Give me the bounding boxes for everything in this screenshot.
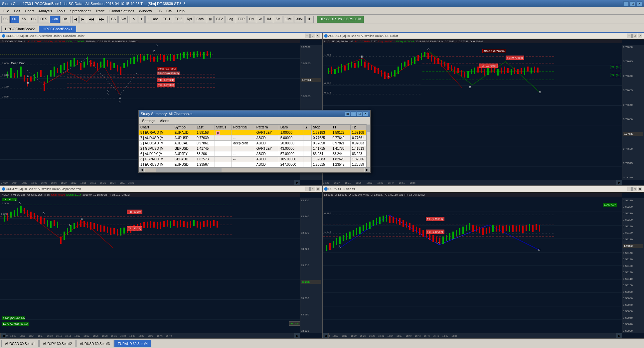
tab-hpccchartbook2[interactable]: HPCCChartBook2 bbox=[1, 26, 38, 32]
study-table-scrollbar-v[interactable] bbox=[366, 124, 370, 167]
chart-close-euraud[interactable]: ✕ bbox=[638, 187, 642, 191]
chart-close-audcad[interactable]: ✕ bbox=[316, 34, 320, 38]
btn-oc[interactable]: OC bbox=[10, 16, 19, 23]
menu-file[interactable]: File bbox=[1, 8, 11, 14]
study-table-scrollbar-h[interactable]: ◀ ▶ bbox=[139, 167, 370, 172]
chart-maximize-audjpy[interactable]: □ bbox=[310, 187, 315, 191]
chart-maximize-audusd[interactable]: □ bbox=[632, 34, 637, 38]
btn-w[interactable]: W bbox=[257, 16, 264, 23]
col-bars[interactable]: Bars bbox=[279, 125, 303, 130]
btn-line[interactable]: / bbox=[145, 16, 150, 23]
menu-window[interactable]: Window bbox=[137, 8, 154, 14]
btn-cvw[interactable]: CVW bbox=[195, 16, 206, 23]
study-summary-icon-btn[interactable]: ⊞ bbox=[345, 111, 350, 116]
scroll-right-audjpy[interactable]: ▶ bbox=[294, 333, 300, 338]
btn-con[interactable]: Con bbox=[50, 16, 60, 23]
btn-cc[interactable]: CC bbox=[29, 16, 38, 23]
title-text: Sierra Chart 1730 HPCCChartBook1.cht SC … bbox=[2, 2, 186, 6]
table-row-arrow bbox=[303, 130, 312, 135]
chart-minimize-euraud[interactable]: ─ bbox=[627, 187, 632, 191]
btn-fs[interactable]: FS bbox=[1, 16, 10, 23]
btn-dly[interactable]: Dly bbox=[247, 16, 256, 23]
col-symbol[interactable]: Symbol bbox=[173, 125, 195, 130]
scroll-track[interactable] bbox=[145, 168, 364, 172]
btn-sw[interactable]: SW bbox=[118, 16, 128, 23]
btn-log[interactable]: Log bbox=[226, 16, 235, 23]
btn-ctv[interactable]: CTV bbox=[214, 16, 225, 23]
col-t1[interactable]: T1 bbox=[331, 125, 351, 130]
col-pattern[interactable]: Pattern bbox=[255, 125, 279, 130]
tab-hpccchartbook1[interactable]: HPCCChartBook1 bbox=[39, 26, 76, 32]
btn-tc2[interactable]: TC:2 bbox=[173, 16, 184, 23]
col-arrow[interactable]: ▲ bbox=[303, 125, 312, 130]
chart-close-audjpy[interactable]: ✕ bbox=[316, 187, 320, 191]
btn-1h[interactable]: 1H bbox=[305, 16, 314, 23]
bottom-tab-audusd[interactable]: AUDUSD 30 Sec #3 bbox=[76, 340, 113, 347]
btn-back[interactable]: ◀ bbox=[72, 16, 79, 23]
btn-30m[interactable]: 30M bbox=[294, 16, 304, 23]
btn-top[interactable]: TOP bbox=[236, 16, 246, 23]
btn-cs[interactable]: CS bbox=[109, 16, 118, 23]
chart-minimize-audusd[interactable]: ─ bbox=[627, 34, 632, 38]
close-button[interactable]: ✕ bbox=[637, 1, 642, 6]
menu-cw[interactable]: CW bbox=[164, 8, 174, 14]
chart-minimize-audcad[interactable]: ─ bbox=[305, 34, 310, 38]
bottom-tab-audcad[interactable]: AUDCAD 30 Sec #1 bbox=[1, 340, 39, 347]
chart-maximize-audcad[interactable]: □ bbox=[310, 34, 315, 38]
btn-10m[interactable]: 10M bbox=[283, 16, 293, 23]
btn-5m[interactable]: 5M bbox=[274, 16, 282, 23]
btn-1m[interactable]: 1M bbox=[264, 16, 273, 23]
col-stop[interactable]: Stop bbox=[311, 125, 331, 130]
btn-tc1[interactable]: TC:1 bbox=[161, 16, 172, 23]
menu-chart[interactable]: Chart bbox=[23, 8, 36, 14]
chart-minimize-audjpy[interactable]: ─ bbox=[305, 187, 310, 191]
scroll-thumb-h[interactable] bbox=[156, 168, 222, 172]
btn-fwd[interactable]: ▶ bbox=[80, 16, 86, 23]
bottom-tab-euraud[interactable]: EURAUD 30 Sec #4 bbox=[114, 340, 151, 347]
scroll-right-btn[interactable]: ▶ bbox=[365, 168, 370, 172]
scrollbar-thumb[interactable] bbox=[367, 125, 370, 132]
btn-rpl[interactable]: Rpl bbox=[185, 16, 194, 23]
menu-analysis[interactable]: Analysis bbox=[37, 8, 54, 14]
btn-dts[interactable]: DTS bbox=[39, 16, 49, 23]
btn-dis[interactable]: Dis bbox=[61, 16, 69, 23]
menu-global-settings[interactable]: Global Settings bbox=[107, 8, 136, 14]
study-summary-minimize[interactable]: ─ bbox=[351, 111, 356, 116]
study-menu-alerts[interactable]: Alerts bbox=[158, 118, 171, 123]
scroll-left-euraud[interactable]: ◀ bbox=[323, 333, 329, 338]
menu-spreadsheet[interactable]: Spreadsheet bbox=[68, 8, 92, 14]
svg-rect-145 bbox=[474, 68, 475, 74]
svg-rect-326 bbox=[529, 224, 530, 231]
svg-rect-10 bbox=[20, 67, 22, 77]
minimize-button[interactable]: ─ bbox=[623, 1, 629, 6]
btn-text[interactable]: abc bbox=[151, 16, 160, 23]
chart-maximize-euraud[interactable]: □ bbox=[632, 187, 637, 191]
scroll-right-audusd[interactable]: ▶ bbox=[616, 180, 622, 185]
col-status[interactable]: Status bbox=[215, 125, 232, 130]
study-menu-settings[interactable]: Settings bbox=[140, 118, 157, 123]
scroll-left-btn[interactable]: ◀ bbox=[139, 168, 144, 172]
btn-scroll-back[interactable]: ◀◀ bbox=[87, 16, 96, 23]
scroll-left-audjpy[interactable]: ◀ bbox=[0, 333, 6, 338]
menu-help[interactable]: Help bbox=[175, 8, 187, 14]
col-potential[interactable]: Potential bbox=[232, 125, 255, 130]
btn-chart-grid[interactable]: ⊞ bbox=[207, 16, 214, 23]
study-summary-maximize[interactable]: □ bbox=[357, 111, 362, 116]
restore-button[interactable]: □ bbox=[630, 1, 635, 6]
btn-crosshair[interactable]: ✛ bbox=[138, 16, 145, 23]
menu-trade[interactable]: Trade bbox=[93, 8, 107, 14]
btn-scroll-fwd[interactable]: ▶▶ bbox=[97, 16, 106, 23]
scroll-right-euraud[interactable]: ▶ bbox=[616, 333, 622, 338]
menu-edit[interactable]: Edit bbox=[12, 8, 22, 14]
btn-sv[interactable]: SV bbox=[20, 16, 28, 23]
chart-close-audusd[interactable]: ✕ bbox=[638, 34, 642, 38]
study-summary-close[interactable]: ✕ bbox=[363, 111, 368, 116]
menu-bar: File Edit Chart Analysis Tools Spreadshe… bbox=[0, 7, 644, 15]
col-last[interactable]: Last bbox=[195, 125, 215, 130]
menu-cb[interactable]: CB bbox=[155, 8, 164, 14]
bottom-tab-audjpy[interactable]: AUDJPY 30 Sec #2 bbox=[39, 340, 76, 347]
menu-tools[interactable]: Tools bbox=[55, 8, 68, 14]
btn-pointer[interactable]: ↖ bbox=[131, 16, 137, 23]
scroll-right-audcad[interactable]: ▶ bbox=[294, 180, 300, 185]
col-chart[interactable]: Chart bbox=[139, 125, 173, 130]
